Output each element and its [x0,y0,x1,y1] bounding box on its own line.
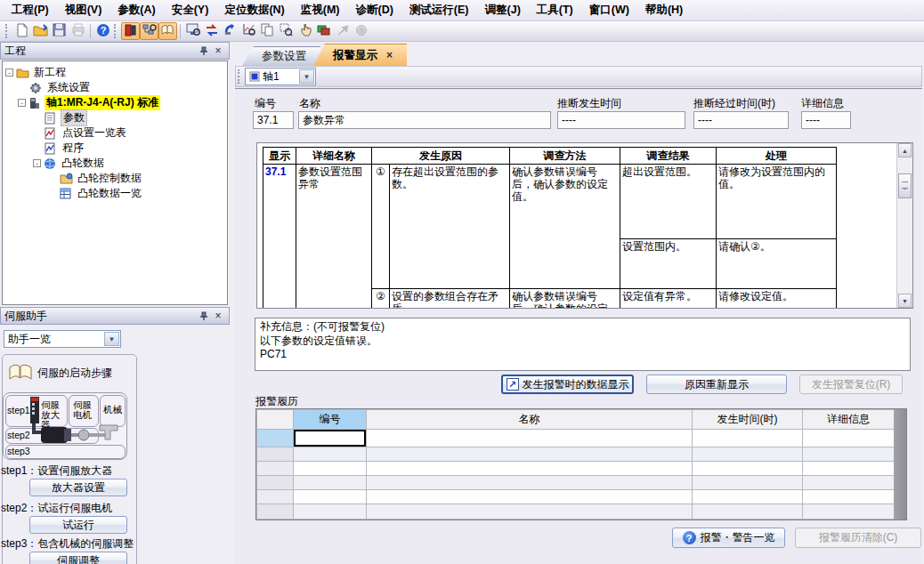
graph-button[interactable] [239,22,258,40]
row-header[interactable] [257,476,294,490]
collapse-icon[interactable]: - [18,99,26,107]
project-panel-titlebar: 工程 × [0,42,230,60]
chevron-down-icon[interactable]: ▼ [104,332,119,346]
row-header[interactable] [257,430,294,447]
toolbar-grip2[interactable] [114,24,118,38]
pan-tool-button[interactable] [352,22,370,40]
zoom-select-button[interactable] [277,22,296,40]
menu-tools[interactable]: 工具(T) [529,0,581,20]
menu-monitor[interactable]: 监视(M) [293,0,348,20]
cam-list-icon [60,188,73,200]
tree-item-cam-data-list[interactable]: 凸轮数据一览 [3,186,227,201]
amplifier-setting-button[interactable]: 放大器设置 [29,479,127,496]
tab-alarm-display[interactable]: 报警显示 × [313,44,407,66]
project-tree: - 新工程 系统设置 - 轴1:MR-J4-A(-RJ) 标准 参数 点设置一览… [2,60,228,305]
gray-hand-icon [355,24,368,39]
selected-cell[interactable] [294,430,367,447]
servo-amplifier-icon [124,23,137,40]
cause-redisplay-button[interactable]: 原因重新显示 [646,375,787,394]
menu-window[interactable]: 窗口(W) [581,0,637,20]
pointer-tool-button[interactable] [333,22,352,40]
history-scrollbar-strip[interactable] [894,409,906,520]
history-clear-button[interactable]: 报警履历清除(C) [795,528,921,548]
test-run-button[interactable]: 试运行 [29,516,127,534]
open-project-button[interactable] [31,22,50,40]
pin-icon[interactable] [197,44,211,57]
step2-label: step2：试运行伺服电机 [1,501,112,516]
cell-method2: 确认参数错误编号后，确认参数的设定 [510,289,620,310]
axis-selector[interactable]: 轴1 ▼ [245,68,316,85]
alarm-table-scrollbar[interactable]: ▲ ▼ [896,143,912,308]
chevron-down-icon[interactable]: ▼ [299,69,314,84]
toolbar-separator2 [180,24,181,38]
touch-operation-button[interactable] [296,22,314,40]
gear-icon [29,82,43,94]
menu-adjustment[interactable]: 调整(J) [477,0,529,20]
tree-item-parameters[interactable]: 参数 [3,110,227,125]
row-header[interactable] [257,447,294,462]
menu-project[interactable]: 工程(P) [4,0,57,20]
tab-parameter-setting[interactable]: 参数设置 [242,46,320,66]
tree-item-axis1[interactable]: - 轴1:MR-J4-A(-RJ) 标准 [3,95,227,110]
amplifier-setting-toggle[interactable] [121,22,140,40]
row-header[interactable] [257,490,294,504]
help-button[interactable]: ? [93,22,112,40]
multi-window-button[interactable] [314,22,333,40]
history-row [257,462,895,476]
servo-assistant-toggle[interactable] [158,22,177,40]
read-write-button[interactable] [202,22,221,40]
tree-item-system-settings[interactable]: 系统设置 [3,80,227,95]
data-display-on-alarm-button[interactable]: ↗ 发生报警时的数据显示 [501,375,634,394]
menu-safety[interactable]: 安全(Y) [164,0,217,20]
menu-view[interactable]: 视图(V) [57,0,110,20]
alarm-reset-button[interactable]: 发生报警复位(R) [799,375,903,394]
tree-item-point-table[interactable]: 点设置一览表 [3,125,227,141]
cam-data-icon [44,157,57,170]
scroll-thumb[interactable] [898,173,912,198]
servo-adjustment-button[interactable]: 伺服调整 [29,552,127,564]
menu-help[interactable]: 帮助(H) [637,0,691,20]
col-display: 显示 [263,148,296,165]
toolbar-grip[interactable] [5,24,9,38]
tree-item-program[interactable]: 程序 [3,141,227,156]
menu-test-run[interactable]: 测试运行(E) [401,0,477,20]
assistant-book-icon [160,24,175,39]
save-project-button[interactable] [50,22,69,40]
axis-operation-button[interactable] [221,22,239,40]
alarm-history-label: 报警履历 [255,394,298,409]
menu-parameter[interactable]: 参数(A) [109,0,163,20]
menu-positioning-data[interactable]: 定位数据(N) [216,0,292,20]
close-tab-icon[interactable]: × [386,49,393,61]
collapse-icon[interactable]: - [33,159,41,167]
assistant-section-title: 伺服的启动步骤 [37,366,112,381]
new-project-button[interactable] [12,22,31,40]
cell-cause2: 设置的参数组合存在矛盾。 [390,289,510,310]
elapsed-time-field: ---- [693,111,789,129]
assistant-dropdown[interactable]: 助手一览 ▼ [4,330,121,348]
tree-item-cam-control-data[interactable]: 凸轮控制数据 [3,171,227,186]
row-header[interactable] [257,504,294,520]
windows-icon [317,24,331,39]
menu-diagnosis[interactable]: 诊断(D) [347,0,401,20]
monitor-display-button[interactable] [183,22,202,40]
history-col-name: 名称 [367,410,693,430]
history-col-no: 编号 [294,410,367,430]
print-button[interactable] [69,22,87,40]
row-header[interactable] [257,462,294,476]
alarm-no-label: 编号 [255,96,276,111]
project-tree-toggle[interactable] [140,22,158,40]
pin-icon[interactable] [197,310,211,322]
axis-toolbar-grip[interactable] [238,69,241,84]
tree-item-cam-data[interactable]: - 凸轮数据 [3,156,227,171]
copy-data-button[interactable] [258,22,277,40]
close-panel-icon[interactable]: × [211,310,225,322]
tree-item-new-project[interactable]: - 新工程 [3,65,227,80]
alarm-warning-list-button[interactable]: ? 报警・警告一览 [672,528,785,548]
scroll-up-button[interactable]: ▲ [898,143,912,157]
scroll-down-button[interactable]: ▼ [898,294,912,308]
assistant-panel-title: 伺服助手 [4,309,197,324]
folder-icon [16,67,29,79]
axis-toolbar: 轴1 ▼ [235,66,922,87]
collapse-icon[interactable]: - [5,68,13,77]
close-panel-icon[interactable]: × [211,44,225,57]
